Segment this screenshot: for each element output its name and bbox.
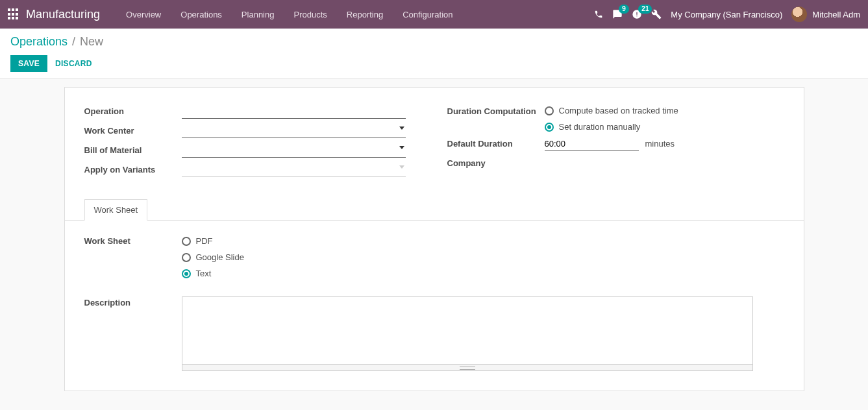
breadcrumb-current: New xyxy=(80,35,103,48)
radio-tracked-input[interactable] xyxy=(545,106,554,115)
breadcrumb: Operations / New xyxy=(10,35,858,49)
nav-reporting[interactable]: Reporting xyxy=(337,0,393,29)
app-title[interactable]: Manufacturing xyxy=(26,8,100,21)
page-head: Operations / New SAVE DISCARD xyxy=(0,29,868,79)
description-editor[interactable] xyxy=(182,296,753,365)
form-sheet: Operation Work Center Bill of Material A… xyxy=(64,87,804,391)
bom-label: Bill of Material xyxy=(84,143,182,155)
tab-bar: Work Sheet xyxy=(65,199,804,221)
systray: 9 21 My Company (San Francisco) Mitchell… xyxy=(594,6,860,22)
radio-manual[interactable]: Set duration manually xyxy=(545,122,784,132)
nav-products[interactable]: Products xyxy=(284,0,336,29)
company-label: Company xyxy=(447,156,545,168)
user-name: Mitchell Adm xyxy=(812,10,860,19)
top-nav: Manufacturing Overview Operations Planni… xyxy=(0,0,868,29)
nav-links: Overview Operations Planning Products Re… xyxy=(116,0,462,29)
radio-google-label: Google Slide xyxy=(196,252,244,262)
tools-icon[interactable] xyxy=(651,9,662,19)
radio-pdf-label: PDF xyxy=(196,236,213,246)
action-buttons: SAVE DISCARD xyxy=(10,55,858,72)
default-duration-label: Default Duration xyxy=(447,137,545,149)
radio-manual-label: Set duration manually xyxy=(559,122,641,132)
tab-content: Work Sheet PDF Google Slide Text xyxy=(84,221,784,371)
radio-text[interactable]: Text xyxy=(182,269,784,278)
nav-overview[interactable]: Overview xyxy=(116,0,171,29)
chat-icon[interactable]: 9 xyxy=(612,9,623,19)
tab-worksheet[interactable]: Work Sheet xyxy=(84,199,148,221)
apps-icon[interactable] xyxy=(8,8,19,20)
nav-planning[interactable]: Planning xyxy=(232,0,284,29)
chevron-down-icon xyxy=(399,165,404,169)
work-center-dropdown[interactable] xyxy=(182,124,406,138)
chevron-down-icon xyxy=(399,127,404,130)
activity-icon[interactable]: 21 xyxy=(632,9,642,19)
user-menu[interactable]: Mitchell Adm xyxy=(791,6,860,22)
radio-pdf-input[interactable] xyxy=(182,237,191,246)
radio-tracked-label: Compute based on tracked time xyxy=(559,106,678,115)
radio-text-input[interactable] xyxy=(182,269,191,278)
work-center-label: Work Center xyxy=(84,124,182,136)
save-button[interactable]: SAVE xyxy=(10,55,47,72)
default-duration-input[interactable] xyxy=(545,137,639,151)
phone-icon[interactable] xyxy=(594,10,603,19)
operation-label: Operation xyxy=(84,104,182,116)
breadcrumb-root[interactable]: Operations xyxy=(10,35,68,48)
breadcrumb-sep: / xyxy=(72,35,75,48)
chevron-down-icon xyxy=(399,146,404,149)
radio-manual-input[interactable] xyxy=(545,123,554,132)
activity-badge: 21 xyxy=(638,5,652,14)
chat-badge: 9 xyxy=(619,5,629,14)
radio-tracked-time[interactable]: Compute based on tracked time xyxy=(545,106,784,115)
radio-google-slide[interactable]: Google Slide xyxy=(182,252,784,262)
resize-handle[interactable] xyxy=(182,365,753,371)
left-column: Operation Work Center Bill of Material A… xyxy=(84,104,421,182)
nav-operations[interactable]: Operations xyxy=(171,0,232,29)
bom-dropdown[interactable] xyxy=(182,143,406,158)
variants-dropdown xyxy=(182,163,406,177)
company-selector[interactable]: My Company (San Francisco) xyxy=(671,10,782,19)
radio-text-label: Text xyxy=(196,269,212,278)
right-column: Duration Computation Compute based on tr… xyxy=(447,104,784,182)
minutes-label: minutes xyxy=(645,139,675,149)
operation-input[interactable] xyxy=(182,104,406,119)
discard-button[interactable]: DISCARD xyxy=(55,59,92,68)
description-label: Description xyxy=(84,296,182,371)
worksheet-label: Work Sheet xyxy=(84,235,182,278)
company-name: My Company (San Francisco) xyxy=(671,10,782,19)
duration-comp-label: Duration Computation xyxy=(447,104,545,116)
variants-label: Apply on Variants xyxy=(84,163,182,175)
radio-pdf[interactable]: PDF xyxy=(182,236,784,246)
nav-configuration[interactable]: Configuration xyxy=(393,0,462,29)
avatar xyxy=(791,6,807,22)
radio-google-input[interactable] xyxy=(182,253,191,262)
